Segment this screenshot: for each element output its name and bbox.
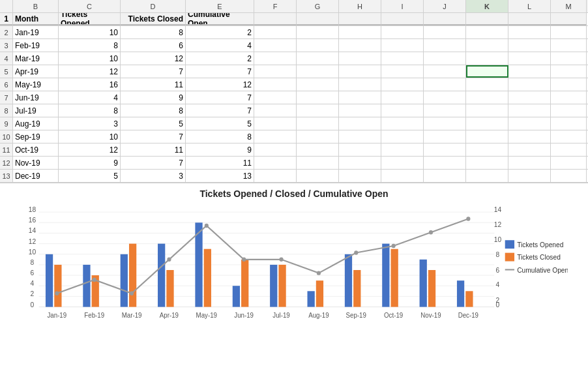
- cell-closed-3[interactable]: 6: [121, 39, 186, 52]
- svg-point-55: [167, 258, 171, 262]
- cell-cumulative-8[interactable]: 7: [186, 104, 254, 117]
- svg-rect-34: [158, 244, 165, 307]
- cell-cumulative-12[interactable]: 11: [186, 157, 254, 169]
- cell-month-12[interactable]: Nov-19: [13, 157, 59, 169]
- svg-text:8: 8: [31, 258, 35, 266]
- cell-opened-9[interactable]: 3: [59, 117, 121, 130]
- cell-k-11[interactable]: [466, 143, 508, 156]
- svg-text:6: 6: [496, 266, 500, 274]
- col-header-l[interactable]: L: [508, 0, 551, 12]
- cell-cumulative-9[interactable]: 5: [186, 117, 254, 130]
- col-header-i[interactable]: I: [381, 0, 424, 12]
- cell-i-6: [381, 78, 424, 91]
- cell-cumulative-13[interactable]: 13: [186, 170, 254, 182]
- cell-month-11[interactable]: Oct-19: [13, 143, 59, 156]
- cell-closed-12[interactable]: 7: [121, 157, 186, 169]
- cell-opened-8[interactable]: 8: [59, 104, 121, 117]
- cell-month-2[interactable]: Jan-19: [13, 26, 59, 38]
- cell-opened-10[interactable]: 10: [59, 130, 121, 143]
- cell-f-6: [254, 78, 297, 91]
- cell-month-6[interactable]: May-19: [13, 78, 59, 91]
- svg-text:4: 4: [31, 279, 35, 287]
- cell-opened-2[interactable]: 10: [59, 26, 121, 38]
- header-k: [466, 13, 508, 25]
- cell-m-13: [551, 170, 587, 182]
- svg-rect-39: [241, 260, 248, 307]
- cell-month-3[interactable]: Feb-19: [13, 39, 59, 52]
- cell-cumulative-5[interactable]: 7: [186, 65, 254, 78]
- cell-cumulative-4[interactable]: 2: [186, 52, 254, 65]
- cell-opened-6[interactable]: 16: [59, 78, 121, 91]
- col-header-b[interactable]: B: [13, 0, 59, 12]
- svg-text:8: 8: [496, 250, 500, 258]
- row-num-13: 13: [0, 170, 13, 182]
- cell-cumulative-11[interactable]: 9: [186, 143, 254, 156]
- cell-month-5[interactable]: Apr-19: [13, 65, 59, 78]
- cell-opened-7[interactable]: 4: [59, 91, 121, 104]
- cell-k-6[interactable]: [466, 78, 508, 91]
- cell-opened-4[interactable]: 10: [59, 52, 121, 65]
- col-header-h[interactable]: H: [339, 0, 381, 12]
- cell-closed-10[interactable]: 7: [121, 130, 186, 143]
- cell-month-7[interactable]: Jun-19: [13, 91, 59, 104]
- cell-k-13[interactable]: [466, 170, 508, 182]
- cell-k-2[interactable]: [466, 26, 508, 38]
- cell-closed-7[interactable]: 9: [121, 91, 186, 104]
- col-header-g[interactable]: G: [297, 0, 339, 12]
- cell-k-7[interactable]: [466, 91, 508, 104]
- svg-text:Cumulative Open: Cumulative Open: [517, 266, 568, 274]
- header-month[interactable]: Month: [13, 13, 59, 25]
- header-opened[interactable]: Tickets Opened: [59, 13, 121, 25]
- cell-opened-11[interactable]: 12: [59, 143, 121, 156]
- col-header-d[interactable]: D: [121, 0, 186, 12]
- cell-opened-13[interactable]: 5: [59, 170, 121, 182]
- cell-h-12: [339, 157, 381, 169]
- chart-area: 18 16 14 12 10 8 6 4 2 0 14 12 10 8 6 4 …: [20, 202, 568, 339]
- cell-cumulative-3[interactable]: 4: [186, 39, 254, 52]
- cell-closed-9[interactable]: 5: [121, 117, 186, 130]
- cell-k-12[interactable]: [466, 157, 508, 169]
- col-header-j[interactable]: J: [424, 0, 466, 12]
- cell-month-4[interactable]: Mar-19: [13, 52, 59, 65]
- cell-closed-11[interactable]: 11: [121, 143, 186, 156]
- cell-k-4[interactable]: [466, 52, 508, 65]
- cell-opened-5[interactable]: 12: [59, 65, 121, 78]
- cell-closed-5[interactable]: 7: [121, 65, 186, 78]
- cell-month-9[interactable]: Aug-19: [13, 117, 59, 130]
- svg-text:4: 4: [496, 280, 500, 288]
- cell-k-8[interactable]: [466, 104, 508, 117]
- cell-h-8: [339, 104, 381, 117]
- cell-k-9[interactable]: [466, 117, 508, 130]
- col-header-k[interactable]: K: [466, 0, 508, 12]
- cell-k-5[interactable]: [466, 65, 508, 78]
- cell-cumulative-6[interactable]: 12: [186, 78, 254, 91]
- cell-month-13[interactable]: Dec-19: [13, 170, 59, 182]
- cell-closed-6[interactable]: 11: [121, 78, 186, 91]
- cell-closed-8[interactable]: 8: [121, 104, 186, 117]
- col-header-e[interactable]: E: [186, 0, 254, 12]
- cell-opened-12[interactable]: 9: [59, 157, 121, 169]
- svg-rect-41: [278, 265, 286, 307]
- cell-k-10[interactable]: [466, 130, 508, 143]
- cell-m-5: [551, 65, 587, 78]
- cell-i-5: [381, 65, 424, 78]
- cell-cumulative-7[interactable]: 7: [186, 91, 254, 104]
- cell-closed-4[interactable]: 12: [121, 52, 186, 65]
- cell-closed-13[interactable]: 3: [121, 170, 186, 182]
- cell-month-8[interactable]: Jul-19: [13, 104, 59, 117]
- cell-k-3[interactable]: [466, 39, 508, 52]
- header-closed[interactable]: Tickets Closed: [121, 13, 186, 25]
- cell-closed-2[interactable]: 8: [121, 26, 186, 38]
- cell-opened-3[interactable]: 8: [59, 39, 121, 52]
- col-header-f[interactable]: F: [254, 0, 297, 12]
- cell-cumulative-2[interactable]: 2: [186, 26, 254, 38]
- cell-m-7: [551, 91, 587, 104]
- table-row: 7 Jun-19 4 9 7: [0, 91, 588, 104]
- cell-m-12: [551, 157, 587, 169]
- col-header-m[interactable]: M: [551, 0, 587, 12]
- cell-cumulative-10[interactable]: 8: [186, 130, 254, 143]
- header-cumulative[interactable]: Cumulative Open: [186, 13, 254, 25]
- cell-m-2: [551, 26, 587, 38]
- col-header-c[interactable]: C: [59, 0, 121, 12]
- cell-month-10[interactable]: Sep-19: [13, 130, 59, 143]
